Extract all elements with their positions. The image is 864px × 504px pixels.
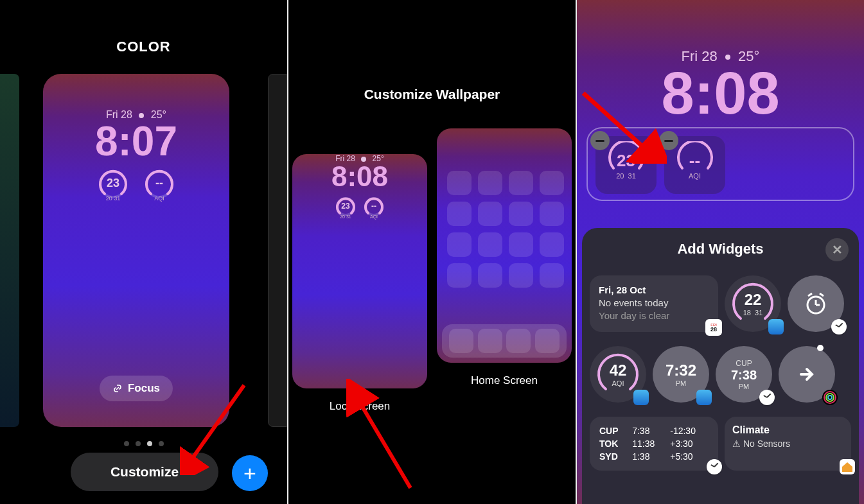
sun-icon bbox=[137, 111, 146, 120]
customize-wallpaper-title: Customize Wallpaper bbox=[288, 0, 576, 102]
focus-button[interactable]: Focus bbox=[100, 376, 173, 401]
aqi-widget[interactable]: 42 AQI bbox=[590, 346, 646, 403]
clock-app-icon bbox=[707, 459, 722, 474]
clock-app-icon bbox=[759, 390, 775, 405]
sun-icon bbox=[359, 155, 368, 164]
weather-app-icon bbox=[633, 390, 649, 405]
prev-wallpaper-peek[interactable] bbox=[0, 74, 19, 427]
home-dock bbox=[442, 324, 567, 358]
aqi-ring-widget: -- AQI bbox=[363, 196, 385, 218]
widget-slot-temp[interactable]: 23 20 31 bbox=[595, 136, 657, 194]
home-icon-grid bbox=[442, 166, 567, 293]
close-sheet-button[interactable]: ✕ bbox=[825, 238, 849, 261]
widget-slot-aqi[interactable]: -- AQI bbox=[664, 136, 725, 194]
lockscreen-time: 8:08 bbox=[292, 161, 427, 193]
wallpaper-preview-card[interactable]: Fri 28 25° 8:07 23 20 31 -- AQI Focus bbox=[43, 74, 229, 427]
calendar-app-icon: FRI 28 bbox=[705, 319, 722, 336]
svg-point-18 bbox=[828, 395, 832, 399]
clock-row: CUP7:38-12:30 bbox=[597, 424, 710, 437]
svg-point-17 bbox=[826, 394, 834, 401]
svg-line-14 bbox=[820, 293, 824, 296]
weather-app-icon bbox=[696, 390, 712, 405]
link-icon bbox=[112, 383, 123, 394]
clock-row: SYD1:38+5:30 bbox=[597, 450, 710, 463]
lockscreen-time[interactable]: 8:08 bbox=[577, 60, 864, 127]
lock-screen-label: Lock Screen bbox=[292, 400, 427, 413]
temp-ring-widget: 23 20 31 bbox=[97, 168, 129, 200]
wallpaper-gallery-panel: COLOR Fri 28 25° 8:07 23 20 31 -- AQI Fo… bbox=[0, 0, 287, 504]
next-wallpaper-peek[interactable] bbox=[268, 74, 287, 427]
sunset-widget[interactable]: 7:32 PM bbox=[653, 346, 709, 403]
clock-app-icon bbox=[831, 319, 847, 335]
alarm-widget[interactable] bbox=[788, 275, 844, 332]
svg-line-7 bbox=[359, 401, 410, 488]
home-app-icon bbox=[840, 459, 855, 474]
customize-wallpaper-panel: Customize Wallpaper Fri 28 25° 8:08 23 2… bbox=[288, 0, 576, 504]
widget-slot-row[interactable]: 23 20 31 -- AQI bbox=[586, 127, 854, 201]
world-clocks-widget[interactable]: CUP7:38-12:30 TOK11:38+3:30 SYD1:38+5:30 bbox=[590, 417, 718, 471]
wallpaper-category-title: COLOR bbox=[0, 0, 287, 55]
svg-line-13 bbox=[808, 293, 812, 296]
arrow-right-icon bbox=[796, 363, 818, 385]
home-screen-preview[interactable] bbox=[437, 128, 572, 363]
weather-temp-widget[interactable]: 22 18 31 bbox=[725, 275, 781, 332]
weather-app-icon bbox=[768, 319, 784, 335]
lockscreen-time: 8:07 bbox=[43, 117, 229, 165]
add-wallpaper-button[interactable]: + bbox=[232, 455, 268, 491]
clock-row: TOK11:38+3:30 bbox=[597, 437, 710, 450]
activity-widget[interactable] bbox=[779, 346, 835, 403]
customize-button[interactable]: Customize bbox=[71, 453, 218, 491]
climate-widget[interactable]: Climate ⚠ No Sensors bbox=[725, 417, 851, 471]
page-dots bbox=[124, 441, 164, 446]
city-clock-widget[interactable]: CUP 7:38 PM bbox=[716, 346, 772, 403]
lock-screen-preview[interactable]: Fri 28 25° 8:08 23 20 31 -- AQI bbox=[292, 154, 427, 388]
alarm-icon bbox=[803, 291, 829, 317]
lockscreen-widgets-row: 23 20 31 -- AQI bbox=[292, 196, 427, 218]
home-screen-label: Home Screen bbox=[437, 374, 572, 387]
add-widgets-sheet: Add Widgets ✕ Fri, 28 Oct No events toda… bbox=[582, 228, 859, 504]
sheet-title: Add Widgets bbox=[590, 241, 851, 257]
calendar-widget[interactable]: Fri, 28 Oct No events today Your day is … bbox=[590, 275, 718, 332]
aqi-ring-widget: -- AQI bbox=[143, 168, 175, 200]
lockscreen-date[interactable]: Fri 28 25° bbox=[577, 0, 864, 65]
lockscreen-widgets-row: 23 20 31 -- AQI bbox=[43, 168, 229, 200]
add-widgets-panel: Fri 28 25° 8:08 23 20 31 -- AQI Add Widg… bbox=[577, 0, 864, 504]
temp-ring-widget: 23 20 31 bbox=[335, 196, 357, 218]
